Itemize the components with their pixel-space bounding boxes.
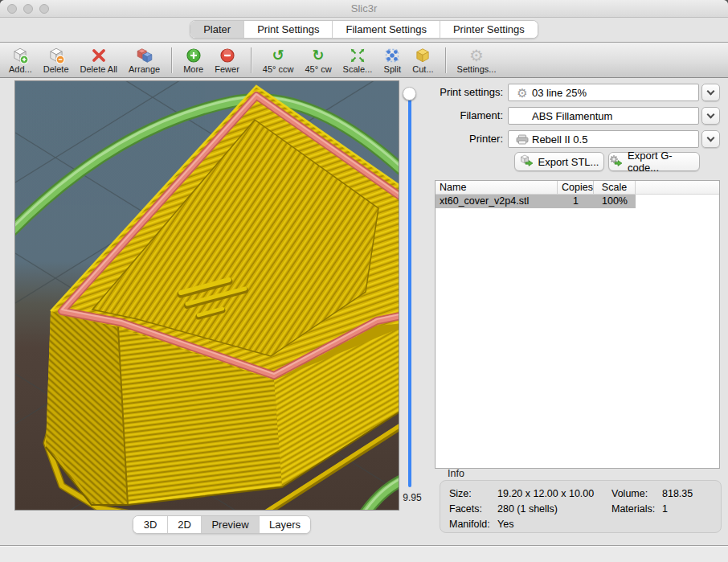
chevron-down-icon [707,110,715,118]
delete-all-button[interactable]: Delete All [75,46,123,75]
split-button[interactable]: Split [378,46,407,75]
printer-combo[interactable]: Rebell II 0.5 [508,130,699,148]
facets-value: 280 (1 shells) [497,503,611,515]
export-stl-label: Export STL... [538,156,599,168]
slic3r-window: Slic3r Plater Print Settings Filament Se… [0,0,728,562]
add-object-icon [11,47,29,64]
more-copies-icon [185,47,202,64]
tab-printer-settings[interactable]: Printer Settings [440,21,538,38]
more-button[interactable]: More [178,46,209,75]
volume-value: 818.35 [662,488,693,499]
main-tab-group: Plater Print Settings Filament Settings … [190,20,538,39]
cut-icon [414,47,431,64]
add-button[interactable]: Add... [3,46,38,75]
toolbar-separator [445,47,446,73]
column-header-scale[interactable]: Scale [594,181,636,194]
titlebar: Slic3r [0,0,728,18]
manifold-label: Manifold: [449,519,497,530]
column-header-filler [636,181,719,194]
filament-combo[interactable]: ABS Fillamentum [508,107,699,125]
main-tab-row: Plater Print Settings Filament Settings … [0,20,728,39]
view-tab-3d[interactable]: 3D [133,516,167,533]
status-bar [0,545,728,562]
materials-label: Materials: [611,503,662,515]
tab-print-settings[interactable]: Print Settings [243,21,332,38]
chevron-down-icon [707,87,715,95]
info-section-title: Info [448,468,464,479]
delete-all-icon [90,47,108,64]
view-tab-layers[interactable]: Layers [259,516,310,533]
tab-plater[interactable]: Plater [190,21,243,38]
rotate-ccw-icon: ↺ [272,47,284,64]
table-row[interactable]: xt60_cover_v2p4.stl 1 100% [436,195,719,208]
toolbar-separator [171,47,172,73]
print-settings-value: 03 line 25% [532,87,587,99]
cut-button[interactable]: Cut... [407,46,439,75]
print-settings-dropdown-button[interactable] [701,84,720,101]
layer-slider-track[interactable] [408,93,411,487]
export-gcode-button[interactable]: Export G-code... [608,152,700,171]
manifold-value: Yes [497,519,611,530]
filament-label: Filament: [434,107,503,121]
materials-value: 1 [662,503,668,515]
fewer-button[interactable]: Fewer [209,46,245,75]
object-copies-cell: 1 [558,195,594,208]
view-mode-tabs: 3D 2D Preview Layers [133,515,311,534]
delete-object-icon [47,47,65,64]
print-settings-label: Print settings: [434,84,503,98]
rotate-cw-button[interactable]: ↻ 45° cw [299,46,337,75]
view-tab-2d[interactable]: 2D [167,516,201,533]
layer-slider-handle[interactable] [403,87,416,101]
layer-slider: 9.95 [395,80,432,511]
arrange-icon [136,47,153,64]
window-title: Slic3r [0,2,728,14]
column-header-copies[interactable]: Copies [558,181,594,194]
size-label: Size: [449,488,497,499]
printer-value: Rebell II 0.5 [532,133,587,146]
info-panel: Size: 19.20 x 12.00 x 10.00 Volume: 818.… [440,480,722,533]
printer-label: Printer: [434,130,503,145]
object-settings-icon: ⚙ [469,47,484,64]
export-stl-button[interactable]: Export STL... [514,152,604,171]
printer-icon [514,134,530,145]
filament-value: ABS Fillamentum [532,110,612,122]
chevron-down-icon [707,133,715,142]
tab-filament-settings[interactable]: Filament Settings [332,21,439,38]
volume-label: Volume: [611,488,662,499]
object-scale-cell: 100% [594,195,636,208]
scale-icon [349,47,366,64]
split-icon [383,47,401,64]
object-settings-button[interactable]: ⚙ Settings... [452,46,502,75]
printer-dropdown-button[interactable] [701,130,720,148]
scale-button[interactable]: Scale... [337,46,378,75]
plater-toolbar: Add... Delete Delete All [0,42,728,78]
export-stl-icon [520,154,534,170]
export-gcode-label: Export G-code... [628,150,699,174]
layer-slider-value: 9.95 [395,492,429,503]
print-settings-combo[interactable]: ⚙ 03 line 25% [508,84,699,101]
filament-dropdown-button[interactable] [701,107,720,125]
view-tab-group: 3D 2D Preview Layers [133,515,311,534]
view-tab-preview[interactable]: Preview [201,516,259,533]
object-name-cell: xt60_cover_v2p4.stl [436,195,558,208]
toolbar-separator [251,47,252,73]
arrange-button[interactable]: Arrange [123,46,166,75]
object-list-header: Name Copies Scale [436,181,719,195]
rotate-ccw-button[interactable]: ↺ 45° ccw [257,46,300,75]
fewer-copies-icon [219,47,236,64]
column-header-name[interactable]: Name [436,181,558,194]
rotate-cw-icon: ↻ [312,47,324,64]
facets-label: Facets: [449,503,497,515]
delete-button[interactable]: Delete [38,46,75,75]
object-list: Name Copies Scale xt60_cover_v2p4.stl 1 … [435,180,720,469]
export-gcode-icon [609,154,624,170]
gear-icon: ⚙ [514,87,530,99]
plate-3d-viewport[interactable] [14,80,399,511]
size-value: 19.20 x 12.00 x 10.00 [497,488,611,499]
viewport-3d-scene [15,81,399,510]
